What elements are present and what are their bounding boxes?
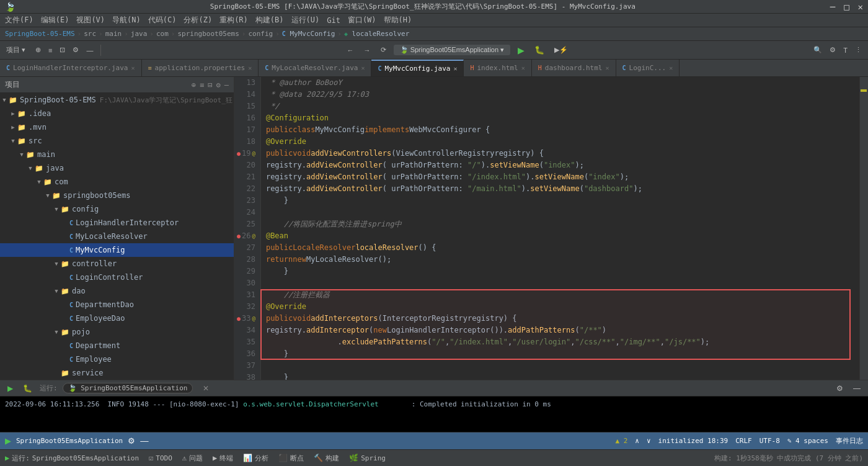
status-spaces[interactable]: ✎ 4 spaces (787, 437, 828, 445)
tab-my-mvc-config[interactable]: C MyMvcConfig.java ✕ (371, 60, 464, 76)
breakpoint-33[interactable]: ● (237, 313, 241, 325)
menu-item-window[interactable]: 窗口(W) (348, 15, 376, 25)
toolbar-icon1[interactable]: ⊕ (33, 45, 43, 55)
tab-close-mvcconfig[interactable]: ✕ (453, 65, 457, 72)
tree-item-my-locale-file[interactable]: CMyLocaleResolver (0, 230, 234, 243)
tree-item-mvn[interactable]: ▶📁.mvn (0, 120, 234, 134)
tab-app-props[interactable]: ≡ application.properties ✕ (142, 60, 259, 76)
breadcrumb-java[interactable]: java (131, 30, 148, 38)
breadcrumb-project[interactable]: SpringBoot-05-EMS (5, 30, 75, 38)
tree-item-login-controller-file[interactable]: CLoginController (0, 271, 234, 284)
breakpoint-19[interactable]: ● (237, 148, 241, 159)
toolbar-icon5[interactable]: — (84, 45, 95, 55)
action-build[interactable]: 🔨 构建 (314, 454, 339, 463)
tree-item-java[interactable]: ▼📁java (0, 161, 234, 175)
tab-close-appprops[interactable]: ✕ (248, 65, 252, 71)
sidebar-hide-btn[interactable]: — (224, 81, 229, 89)
tab-locale-resolver[interactable]: C MyLocaleResolver.java ✕ (259, 60, 371, 76)
toolbar-settings[interactable]: ⚙ (827, 45, 838, 55)
status-warning-down[interactable]: ∨ (647, 437, 651, 445)
sidebar-settings-btn[interactable]: ⚙ (216, 81, 221, 89)
status-crlf[interactable]: CRLF (735, 437, 752, 445)
tree-item-idea[interactable]: ▶📁.idea (0, 107, 234, 120)
tree-item-config[interactable]: ▼📁config (0, 202, 234, 216)
action-analysis[interactable]: 📊 分析 (243, 454, 268, 463)
sidebar[interactable]: 项目 ⊕ ≡ ⊟ ⚙ — ▼📁SpringBoot-05-EMSF:\JAVA\… (0, 77, 234, 380)
action-run[interactable]: ▶ 运行: SpringBoot05EmsApplication (5, 454, 139, 463)
tab-login-c[interactable]: C LoginC... ✕ (616, 60, 680, 76)
tree-item-pojo[interactable]: ▼📁pojo (0, 325, 234, 339)
menu-item-code[interactable]: 代码(C) (148, 15, 177, 25)
menu-item-git[interactable]: Git (327, 16, 340, 25)
action-problems[interactable]: ⚠ 问题 (182, 454, 203, 463)
breakpoint-26[interactable]: ● (237, 230, 241, 242)
tree-item-controller[interactable]: ▼📁controller (0, 257, 234, 271)
menu-item-file[interactable]: 文件(F) (5, 15, 33, 25)
action-terminal[interactable]: ▶ 终端 (213, 454, 233, 463)
tab-close-loginc[interactable]: ✕ (669, 65, 673, 71)
menu-item-view[interactable]: 视图(V) (76, 15, 105, 25)
tree-item-login-handler-file[interactable]: CLoginHandlerInterceptor (0, 216, 234, 230)
toolbar-run-app[interactable]: 🍃 SpringBoot05EmsApplication ▾ (394, 45, 511, 55)
tree-item-src[interactable]: ▼📁src (0, 134, 234, 148)
toolbar-run-coverage[interactable]: ▶⚡ (552, 45, 570, 55)
tree-item-springboot05ems[interactable]: ▼📁springboot05ems (0, 189, 234, 202)
sidebar-list-btn[interactable]: ≡ (200, 81, 204, 89)
menu-item-nav[interactable]: 导航(N) (112, 15, 141, 25)
action-todo[interactable]: ☑ TODO (149, 454, 172, 462)
menu-item-edit[interactable]: 编辑(E) (41, 15, 69, 25)
tree-item-service[interactable]: 📁service (0, 366, 234, 380)
code-editor[interactable]: 131415161718●19@202122232425●26@27282930… (234, 77, 859, 380)
tree-item-my-mvc-config-file[interactable]: CMyMvcConfig (0, 243, 234, 257)
run-app-minimize-btn[interactable]: — (851, 383, 863, 394)
tab-close-login[interactable]: ✕ (131, 65, 135, 71)
toolbar-debug-btn[interactable]: 🐛 (532, 44, 547, 56)
minimize-btn[interactable]: ─ (830, 2, 835, 12)
breadcrumb-pkg[interactable]: springboot05ems (177, 30, 239, 38)
window-controls[interactable]: ─ □ ✕ (830, 2, 863, 12)
toolbar-forward[interactable]: → (361, 45, 373, 55)
status-settings-btn[interactable]: ⚙ (128, 436, 135, 446)
tree-item-department[interactable]: CDepartment (0, 339, 234, 352)
run-app-run-btn[interactable]: ▶ (5, 383, 16, 394)
breadcrumb-main[interactable]: main (105, 30, 122, 38)
status-minimize-btn[interactable]: — (140, 436, 148, 446)
toolbar-more[interactable]: ⋮ (852, 45, 864, 55)
tab-index-html[interactable]: H index.html ✕ (464, 60, 531, 76)
toolbar-back[interactable]: ← (345, 45, 356, 55)
close-btn[interactable]: ✕ (858, 2, 863, 12)
tree-item-employee[interactable]: CEmployee (0, 352, 234, 366)
run-app-settings-btn[interactable]: ⚙ (834, 383, 846, 394)
breadcrumb-method[interactable]: ◈ localeResolver (344, 30, 409, 38)
run-app-debug-btn[interactable]: 🐛 (20, 383, 35, 394)
toolbar-icon3[interactable]: ⊡ (57, 45, 68, 55)
run-app-name[interactable]: 🍃 SpringBoot05EmsApplication (63, 383, 193, 393)
action-breakpoints[interactable]: ⬛ 断点 (278, 454, 304, 463)
action-spring[interactable]: 🌿 Spring (349, 454, 386, 462)
menu-item-refactor[interactable]: 重构(R) (219, 15, 248, 25)
tab-close-locale[interactable]: ✕ (361, 65, 365, 71)
toolbar-icon4[interactable]: ⚙ (70, 45, 81, 55)
menu-item-build[interactable]: 构建(B) (255, 15, 284, 25)
status-warning-up[interactable]: ∧ (635, 437, 639, 445)
tree-item-employee-dao[interactable]: CEmployeeDao (0, 311, 234, 325)
maximize-btn[interactable]: □ (844, 2, 849, 12)
breadcrumb-com[interactable]: com (156, 30, 169, 38)
toolbar-recent[interactable]: ⟳ (378, 45, 389, 55)
breadcrumb-class[interactable]: C MyMvcConfig (282, 30, 335, 38)
run-app-close-btn[interactable]: ✕ (200, 383, 211, 394)
tree-item-department-dao[interactable]: CDepartmentDao (0, 298, 234, 311)
toolbar-icon2[interactable]: ≡ (46, 45, 55, 55)
toolbar-run-btn[interactable]: ▶ (515, 44, 527, 56)
tree-item-com[interactable]: ▼📁com (0, 175, 234, 189)
tab-close-indexhtml[interactable]: ✕ (521, 65, 525, 71)
menu-item-help[interactable]: 帮助(H) (384, 15, 412, 25)
status-encoding[interactable]: UTF-8 (760, 437, 780, 445)
tree-item-main[interactable]: ▼📁main (0, 148, 234, 161)
toolbar-project-btn[interactable]: 项目 ▾ (4, 44, 28, 56)
tree-item-root[interactable]: ▼📁SpringBoot-05-EMSF:\JAVA\Java学习笔记\Spri… (0, 93, 234, 107)
tab-dashboard-html[interactable]: H dashboard.html ✕ (532, 60, 616, 76)
tab-login-handler[interactable]: C LoginHandlerInterceptor.java ✕ (0, 60, 142, 76)
sidebar-collapse-btn[interactable]: ⊟ (208, 81, 212, 89)
toolbar-search[interactable]: 🔍 (811, 45, 825, 55)
